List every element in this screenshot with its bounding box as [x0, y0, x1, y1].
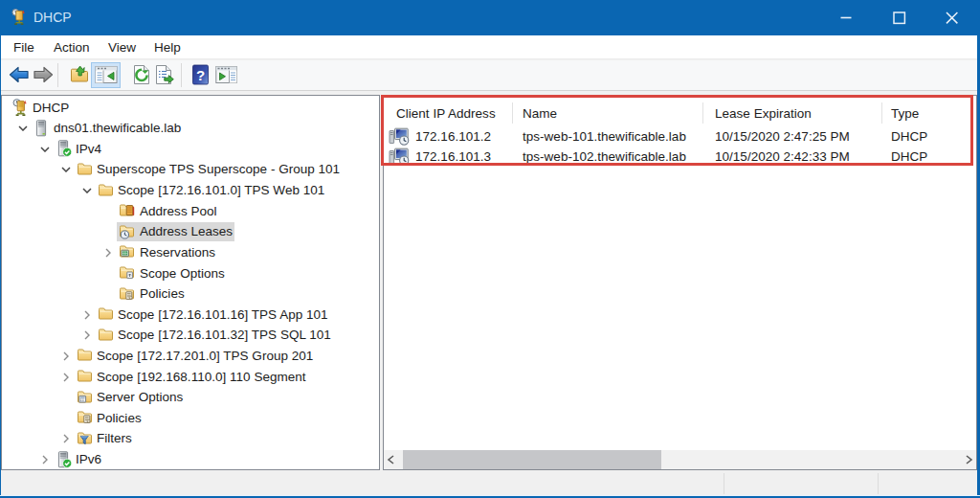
svg-text:?: ? — [196, 67, 205, 83]
